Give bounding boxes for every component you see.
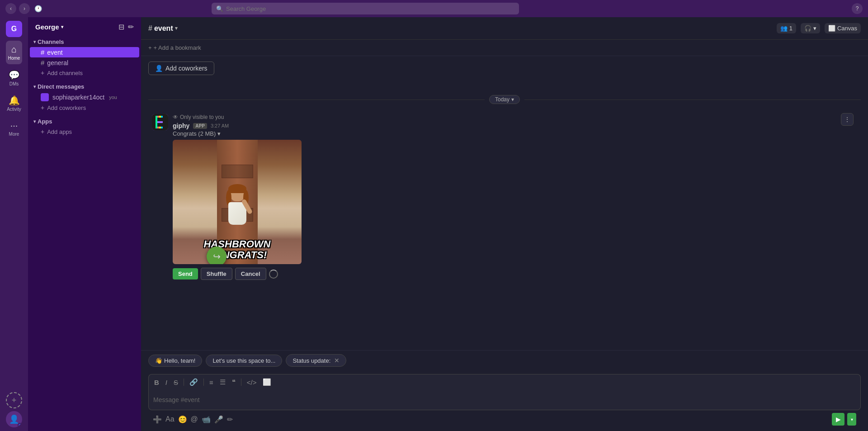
add-coworkers-btn-label: Add coworkers xyxy=(165,65,208,72)
toolbar-divider-2 xyxy=(203,379,204,386)
headphones-icon: 🎧 xyxy=(804,25,811,32)
mention-button[interactable]: @ xyxy=(191,415,198,423)
emoji-button[interactable]: 😊 xyxy=(178,415,187,424)
svg-rect-1 xyxy=(156,116,157,128)
plus-icon: + xyxy=(148,44,152,51)
dms-label: DMs xyxy=(9,81,19,86)
channels-section-header[interactable]: ▾ Channels xyxy=(28,37,141,47)
add-attachment-button[interactable]: ➕ xyxy=(153,415,162,424)
help-button[interactable]: ? xyxy=(852,3,863,14)
quote-button[interactable]: ❝ xyxy=(231,377,236,387)
cancel-button[interactable]: Cancel xyxy=(235,268,266,280)
add-apps-button[interactable]: + Add apps xyxy=(30,127,139,137)
toolbar-divider-3 xyxy=(241,379,241,386)
people-button[interactable]: 👥 1 xyxy=(777,23,796,33)
message-input[interactable] xyxy=(153,393,856,406)
input-toolbar: B I S 🔗 ≡ ☰ ❝ </> ⬜ xyxy=(148,374,861,390)
channel-item-general[interactable]: # general xyxy=(30,57,139,68)
bookmark-bar: + + Add a bookmark xyxy=(141,40,868,56)
workspace-caret: ▾ xyxy=(61,24,63,29)
message: 👁 Only visible to you giphy APP 3:27 AM … xyxy=(148,111,861,283)
add-coworkers-label: Add coworkers xyxy=(47,104,86,111)
video-button[interactable]: 📹 xyxy=(202,415,211,424)
suggestion-space[interactable]: Let's use this space to... xyxy=(206,355,282,367)
canvas-edit-button[interactable]: ✏ xyxy=(227,415,233,424)
sidebar-item-home[interactable]: ⌂ Home xyxy=(6,41,22,64)
message-author: giphy xyxy=(173,122,189,129)
user-avatar[interactable]: 👤 xyxy=(6,411,22,427)
date-badge[interactable]: Today ▾ xyxy=(489,95,520,104)
canvas-label: Canvas xyxy=(837,25,857,32)
link-button[interactable]: 🔗 xyxy=(189,377,199,387)
workspace-avatar[interactable]: G xyxy=(6,21,22,37)
canvas-button[interactable]: ⬜ Canvas xyxy=(825,23,861,33)
dms-icon: 💬 xyxy=(9,70,20,81)
add-coworkers-sidebar-button[interactable]: + Add coworkers xyxy=(30,103,139,113)
unordered-list-button[interactable]: ☰ xyxy=(219,377,226,387)
code-block-button[interactable]: ⬜ xyxy=(262,377,272,387)
channel-caret[interactable]: ▾ xyxy=(175,25,178,31)
channel-name: event xyxy=(154,24,173,33)
status-dot xyxy=(18,423,22,427)
date-caret: ▾ xyxy=(511,96,514,103)
shuffle-button[interactable]: Shuffle xyxy=(201,268,232,280)
sidebar-item-more[interactable]: ··· More xyxy=(6,117,22,140)
dm-section-header[interactable]: ▾ Direct messages xyxy=(28,81,141,92)
compose-icon[interactable]: ✏ xyxy=(128,23,134,31)
add-channels-label: Add channels xyxy=(47,70,83,76)
search-bar[interactable]: 🔍 xyxy=(212,3,519,14)
input-field-wrapper xyxy=(148,390,861,410)
suggestion-hello-team[interactable]: 👋 Hello, team! xyxy=(148,355,202,367)
search-input[interactable] xyxy=(226,5,514,12)
filter-icon[interactable]: ⊟ xyxy=(118,23,124,31)
icon-bar: G ⌂ Home 💬 DMs 🔔 Activity ··· More + 👤 xyxy=(0,17,28,431)
add-coworkers-button[interactable]: 👤 Add coworkers xyxy=(148,62,214,75)
gif-text-line2: CONGRATS! xyxy=(176,250,298,260)
forward-button[interactable]: › xyxy=(19,3,30,14)
svg-rect-3 xyxy=(159,116,161,118)
history-button[interactable]: 🕐 xyxy=(33,3,43,14)
space-label: Let's use this space to... xyxy=(212,357,275,364)
svg-rect-7 xyxy=(159,127,161,128)
plus-icon: + xyxy=(41,128,44,135)
audio-button[interactable]: 🎧 ▾ xyxy=(801,23,820,33)
add-bookmark-button[interactable]: + + Add a bookmark xyxy=(148,44,201,51)
svg-rect-5 xyxy=(157,121,163,123)
activity-label: Activity xyxy=(7,107,21,112)
channel-item-event[interactable]: # event xyxy=(30,47,139,57)
ordered-list-button[interactable]: ≡ xyxy=(208,378,214,387)
send-dropdown-button[interactable]: ▾ xyxy=(847,413,856,426)
channel-general-label: general xyxy=(47,59,68,66)
send-message-button[interactable]: ▶ xyxy=(832,413,844,426)
send-button[interactable]: Send xyxy=(173,268,198,279)
bold-button[interactable]: B xyxy=(153,378,160,387)
message-meta: giphy APP 3:27 AM xyxy=(173,122,857,129)
workspace-name[interactable]: George ▾ xyxy=(35,23,63,31)
dm-item-sophia[interactable]: sophiaparker14oct you xyxy=(30,92,139,103)
add-channels-button[interactable]: + Add channels xyxy=(30,68,139,78)
strikethrough-button[interactable]: S xyxy=(173,378,179,387)
input-bottom-bar: ➕ Aa 😊 @ 📹 🎤 ✏ ▶ ▾ xyxy=(148,410,861,426)
more-label: More xyxy=(9,132,19,137)
add-workspace-button[interactable]: + xyxy=(6,392,22,408)
message-more-button[interactable]: ⋮ xyxy=(841,113,854,126)
code-button[interactable]: </> xyxy=(246,378,258,387)
close-suggestion-button[interactable]: ✕ xyxy=(332,357,340,364)
gif-image: HASHBROWN CONGRATS! ↩ xyxy=(173,140,302,264)
audio-record-button[interactable]: 🎤 xyxy=(214,415,223,424)
back-button[interactable]: ‹ xyxy=(5,3,16,14)
apps-section-header[interactable]: ▾ Apps xyxy=(28,116,141,127)
italic-button[interactable]: I xyxy=(165,378,168,387)
hash-icon: # xyxy=(41,48,44,56)
visibility-note: 👁 Only visible to you xyxy=(173,114,857,120)
dm-toggle: ▾ xyxy=(33,84,36,89)
sidebar-item-dms[interactable]: 💬 DMs xyxy=(6,66,22,90)
channel-event-label: event xyxy=(47,49,62,56)
channel-hash: # xyxy=(148,24,152,33)
format-text-button[interactable]: Aa xyxy=(165,415,175,423)
message-avatar xyxy=(152,114,168,130)
suggestion-status[interactable]: Status update: ✕ xyxy=(286,354,346,367)
sidebar-item-activity[interactable]: 🔔 Activity xyxy=(6,91,22,115)
attachment-caret[interactable]: ▾ xyxy=(217,130,221,137)
giphy-fab-button[interactable]: ↩ xyxy=(207,246,226,264)
